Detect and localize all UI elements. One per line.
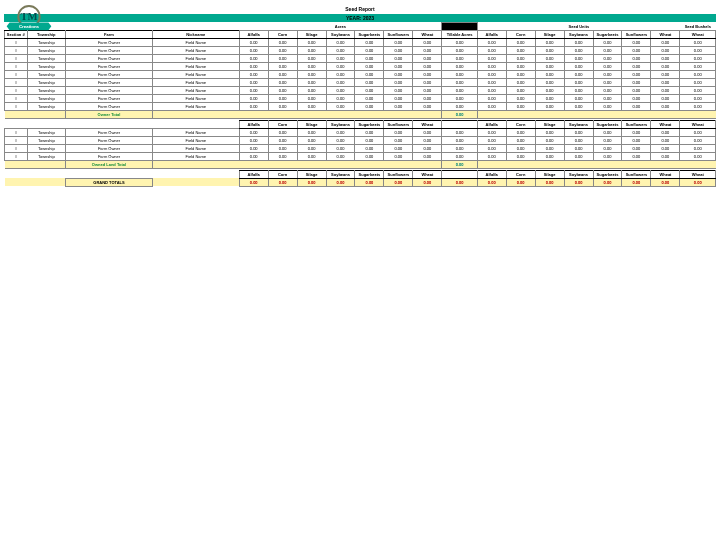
cell-township: Township — [27, 78, 66, 86]
cell-acres: 0.00 — [384, 86, 413, 94]
cell-section: # — [5, 70, 28, 78]
year-bar: YEAR: 2023 — [4, 14, 716, 22]
cell-pounds: 0.00 — [564, 152, 593, 160]
cell-acres: 0.00 — [297, 152, 326, 160]
cell-pounds: 0.00 — [506, 54, 535, 62]
cell-section: # — [5, 128, 28, 136]
cell-acres: 0.00 — [413, 102, 442, 110]
cell-pounds: 0.00 — [622, 38, 651, 46]
grand-units: 0.00 — [564, 178, 593, 186]
cell-bushels: 0.00 — [680, 70, 716, 78]
col-farm: Farm — [66, 30, 153, 38]
cell-township: Township — [27, 102, 66, 110]
cell-acres: 0.00 — [268, 86, 297, 94]
cell-pounds: 0.00 — [622, 102, 651, 110]
cell-acres: 0.00 — [239, 102, 268, 110]
col-alfalfa-2: Alfalfa — [477, 120, 506, 128]
col-wheat: Wheat — [413, 170, 442, 178]
cell-acres: 0.00 — [413, 38, 442, 46]
cell-pounds: 0.00 — [564, 54, 593, 62]
cell-acres: 0.00 — [326, 152, 355, 160]
report-table: Acres Seed Units Seed Bushels Section #T… — [4, 22, 716, 187]
cell-acres: 0.00 — [384, 46, 413, 54]
cell-acres: 0.00 — [384, 94, 413, 102]
cell-farm: Farm Owner — [66, 128, 153, 136]
grand-acres: 0.00 — [239, 178, 268, 186]
cell-pounds: 0.00 — [593, 78, 622, 86]
col-wheat-bu: Wheat — [680, 170, 716, 178]
column-header-row-1: Section #TownshipFarmNicknameAlfalfaCorn… — [5, 30, 716, 38]
cell-bushels: 0.00 — [680, 78, 716, 86]
table-row: #TownshipFarm OwnerField Name0.000.000.0… — [5, 136, 716, 144]
cell-section: # — [5, 136, 28, 144]
cell-pounds: 0.00 — [651, 38, 680, 46]
cell-pounds: 0.00 — [535, 62, 564, 70]
cell-acres: 0.00 — [326, 62, 355, 70]
cell-farm: Farm Owner — [66, 86, 153, 94]
table-row: #TownshipFarm OwnerField Name0.000.000.0… — [5, 152, 716, 160]
cell-pounds: 0.00 — [477, 128, 506, 136]
cell-farm: Farm Owner — [66, 78, 153, 86]
cell-acres: 0.00 — [268, 62, 297, 70]
col-alfalfa: Alfalfa — [239, 30, 268, 38]
grand-total-row: GRAND TOTALS0.000.000.000.000.000.000.00… — [5, 178, 716, 186]
cell-acres: 0.00 — [355, 128, 384, 136]
col-corn: Corn — [268, 120, 297, 128]
cell-farm: Farm Owner — [66, 102, 153, 110]
cell-bushels: 0.00 — [680, 102, 716, 110]
cell-tillable: 0.00 — [442, 102, 477, 110]
cell-section: # — [5, 62, 28, 70]
cell-tillable: 0.00 — [442, 86, 477, 94]
cell-pounds: 0.00 — [593, 144, 622, 152]
cell-acres: 0.00 — [413, 94, 442, 102]
cell-acres: 0.00 — [326, 46, 355, 54]
cell-farm: Farm Owner — [66, 136, 153, 144]
owner-total-value: 0.00 — [442, 110, 477, 118]
cell-acres: 0.00 — [297, 102, 326, 110]
cell-pounds: 0.00 — [535, 38, 564, 46]
cell-pounds: 0.00 — [622, 94, 651, 102]
cell-acres: 0.00 — [413, 54, 442, 62]
cell-acres: 0.00 — [297, 54, 326, 62]
cell-pounds: 0.00 — [651, 102, 680, 110]
cell-nickname: Field Name — [152, 128, 239, 136]
col-silage: Silage — [297, 30, 326, 38]
cell-pounds: 0.00 — [506, 38, 535, 46]
col-corn: Corn — [268, 30, 297, 38]
cell-pounds: 0.00 — [535, 54, 564, 62]
col-sunflowers-2: Sunflowers — [622, 120, 651, 128]
cell-pounds: 0.00 — [535, 94, 564, 102]
cell-acres: 0.00 — [297, 78, 326, 86]
cell-pounds: 0.00 — [564, 94, 593, 102]
cell-tillable: 0.00 — [442, 70, 477, 78]
cell-pounds: 0.00 — [564, 78, 593, 86]
cell-acres: 0.00 — [297, 128, 326, 136]
svg-text:TM: TM — [20, 10, 37, 22]
cell-acres: 0.00 — [355, 102, 384, 110]
cell-acres: 0.00 — [413, 70, 442, 78]
cell-acres: 0.00 — [384, 38, 413, 46]
col-sugarbeets: Sugarbeets — [355, 170, 384, 178]
cell-pounds: 0.00 — [593, 86, 622, 94]
cell-township: Township — [27, 38, 66, 46]
cell-bushels: 0.00 — [680, 62, 716, 70]
cell-pounds: 0.00 — [651, 152, 680, 160]
cell-acres: 0.00 — [355, 46, 384, 54]
cell-section: # — [5, 102, 28, 110]
cell-acres: 0.00 — [384, 136, 413, 144]
cell-tillable: 0.00 — [442, 128, 477, 136]
cell-farm: Farm Owner — [66, 62, 153, 70]
cell-pounds: 0.00 — [564, 38, 593, 46]
cell-pounds: 0.00 — [622, 128, 651, 136]
cell-pounds: 0.00 — [622, 70, 651, 78]
cell-acres: 0.00 — [384, 102, 413, 110]
cell-pounds: 0.00 — [506, 144, 535, 152]
col-alfalfa: Alfalfa — [239, 170, 268, 178]
cell-nickname: Field Name — [152, 152, 239, 160]
cell-acres: 0.00 — [413, 136, 442, 144]
cell-pounds: 0.00 — [506, 152, 535, 160]
cell-pounds: 0.00 — [622, 78, 651, 86]
cell-pounds: 0.00 — [593, 46, 622, 54]
cell-acres: 0.00 — [268, 38, 297, 46]
cell-pounds: 0.00 — [593, 102, 622, 110]
